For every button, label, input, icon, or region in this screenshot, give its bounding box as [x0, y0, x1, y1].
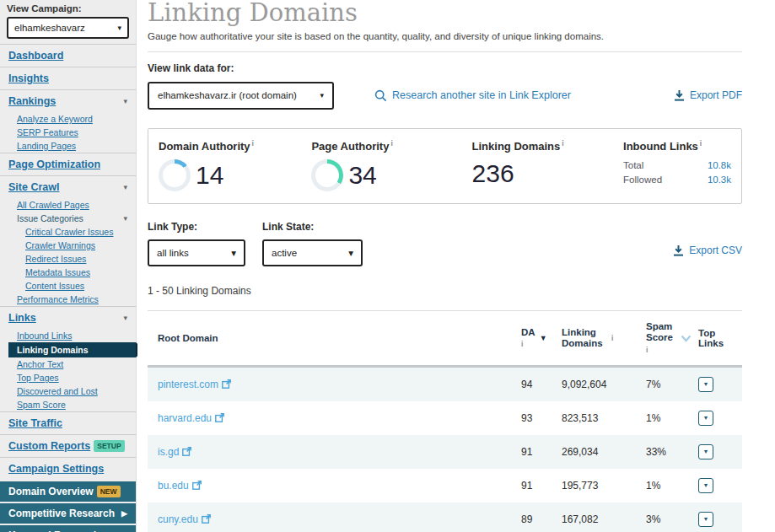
column-header-root-domain[interactable]: Root Domain — [148, 311, 521, 366]
top-links-expand-button[interactable]: ▼ — [698, 411, 713, 426]
chevron-down-icon: ▾ — [117, 24, 121, 32]
table-header-row: Root Domain DAi ▼ Linking Domains i — [148, 311, 742, 366]
top-links-expand-button[interactable]: ▼ — [698, 478, 713, 493]
da-value: 89 — [521, 502, 562, 532]
chevron-down-icon: ▼ — [703, 415, 709, 421]
sidebar-item-anchor-text[interactable]: Anchor Text — [0, 357, 136, 371]
sidebar-item-serp-features[interactable]: SERP Features — [0, 126, 136, 139]
followed-value-link[interactable]: 10.3k — [708, 173, 731, 187]
link-type-label: Link Type: — [148, 221, 245, 233]
info-icon[interactable]: i — [646, 346, 648, 354]
sidebar-item-metadata-issues[interactable]: Metadata Issues — [0, 266, 136, 279]
chevron-down-icon[interactable]: ▾ — [123, 214, 127, 223]
domain-link[interactable]: cuny.edu — [158, 513, 211, 525]
sidebar-item-crawler-warnings[interactable]: Crawler Warnings — [0, 239, 136, 252]
sidebar-item-landing-pages[interactable]: Landing Pages — [0, 139, 136, 153]
domain-authority-label: Domain Authority — [159, 140, 250, 153]
da-value: 93 — [521, 401, 562, 435]
sidebar-item-discovered-and-lost[interactable]: Discovered and Lost — [0, 384, 136, 398]
chevron-down-icon: ▾ — [231, 247, 236, 259]
sidebar-item-critical-crawler-issues[interactable]: Critical Crawler Issues — [0, 225, 136, 239]
research-another-site-label: Research another site in Link Explorer — [392, 89, 571, 101]
info-icon[interactable]: i — [252, 139, 254, 148]
export-pdf-button[interactable]: Export PDF — [674, 89, 742, 101]
sidebar-item-custom-reports[interactable]: Custom Reports — [0, 435, 90, 457]
chevron-down-icon[interactable]: ▾ — [123, 183, 127, 191]
link-type-select[interactable]: all links ▾ — [148, 239, 245, 266]
linking-domains-label: Linking Domains — [472, 140, 561, 153]
sidebar-item-spam-score[interactable]: Spam Score — [0, 398, 136, 411]
da-value: 94 — [521, 366, 562, 401]
sidebar-item-analyze-a-keyword[interactable]: Analyze a Keyword — [0, 112, 136, 126]
sidebar-item-competitive-research[interactable]: Competitive Research ▶ — [0, 502, 136, 524]
link-type-value: all links — [157, 248, 189, 258]
sidebar-item-performance-metrics[interactable]: Performance Metrics — [0, 293, 136, 306]
info-icon[interactable]: i — [562, 139, 563, 148]
column-header-da[interactable]: DAi ▼ — [521, 311, 562, 366]
sidebar-item-insights[interactable]: Insights — [0, 67, 136, 89]
sidebar-item-campaign-settings[interactable]: Campaign Settings — [0, 458, 136, 480]
sidebar-item-site-crawl[interactable]: Site Crawl — [0, 176, 59, 198]
page-authority-label: Page Authority — [311, 140, 389, 153]
info-icon[interactable]: i — [700, 139, 702, 148]
competitive-research-label: Competitive Research — [8, 508, 115, 519]
followed-label: Followed — [623, 173, 662, 187]
inbound-links-total-row: Total 10.8k — [623, 159, 731, 173]
sidebar-item-dashboard[interactable]: Dashboard — [0, 45, 136, 67]
linking-domains-table: Root Domain DAi ▼ Linking Domains i — [148, 311, 742, 532]
export-csv-label: Export CSV — [689, 245, 742, 256]
top-links-expand-button[interactable]: ▼ — [698, 444, 713, 459]
table-row: pinterest.com 94 9,092,604 7% ▼ — [148, 366, 742, 401]
sidebar-item-domain-overview[interactable]: Domain Overview NEW — [0, 480, 136, 502]
info-icon[interactable]: i — [611, 334, 613, 342]
chevron-down-icon[interactable]: ▾ — [123, 314, 127, 322]
main-content: Linking Domains Gauge how authoritative … — [137, 0, 775, 532]
export-csv-button[interactable]: Export CSV — [673, 245, 742, 256]
spam-score-value: 7% — [646, 366, 698, 401]
campaign-select[interactable]: elhamkeshavarz ▾ — [7, 17, 129, 39]
domain-link[interactable]: pinterest.com — [158, 379, 231, 390]
column-header-linking-domains[interactable]: Linking Domains i — [562, 311, 646, 366]
view-link-data-label: View link data for: — [148, 62, 742, 74]
linking-domains-value: 236 — [472, 159, 514, 188]
sidebar-item-redirect-issues[interactable]: Redirect Issues — [0, 252, 136, 266]
inbound-links-label: Inbound Links — [623, 140, 698, 153]
sort-desc-icon[interactable]: ▼ — [540, 334, 547, 342]
sidebar-item-issue-categories[interactable]: Issue Categories — [0, 212, 83, 225]
link-state-select[interactable]: active ▾ — [262, 239, 363, 266]
sidebar-item-links[interactable]: Links — [0, 307, 36, 329]
sidebar-item-linking-domains-selected[interactable]: Linking Domains — [8, 342, 136, 357]
column-header-spam-score[interactable]: Spam Scorei — [646, 311, 698, 366]
info-icon[interactable]: i — [521, 340, 523, 348]
total-value-link[interactable]: 10.8k — [708, 159, 731, 173]
sidebar-item-content-issues[interactable]: Content Issues — [0, 279, 136, 293]
site-select[interactable]: elhamkeshavarz.ir (root domain) ▾ — [148, 82, 334, 110]
sidebar-item-site-traffic[interactable]: Site Traffic — [0, 412, 136, 434]
top-links-expand-button[interactable]: ▼ — [698, 512, 713, 527]
domain-link[interactable]: harvard.edu — [158, 412, 224, 424]
sidebar-item-all-crawled-pages[interactable]: All Crawled Pages — [0, 198, 136, 212]
domain-authority-gauge — [159, 159, 191, 191]
table-row: is.gd 91 269,034 33% ▼ — [148, 435, 742, 469]
sidebar-item-inbound-links[interactable]: Inbound Links — [0, 329, 136, 342]
table-row: harvard.edu 93 823,513 1% ▼ — [148, 401, 742, 435]
link-type-filter: Link Type: all links ▾ — [148, 221, 245, 266]
metric-linking-domains: Linking Domainsi 236 — [472, 139, 623, 191]
info-icon[interactable]: i — [390, 139, 392, 148]
chevron-down-icon[interactable]: ▾ — [123, 97, 127, 105]
inbound-links-followed-row: Followed 10.3k — [623, 173, 731, 187]
domain-link[interactable]: is.gd — [158, 446, 191, 458]
research-another-site-link[interactable]: Research another site in Link Explorer — [374, 89, 571, 102]
chevron-down-icon: ▼ — [703, 381, 709, 387]
sidebar-item-page-optimization[interactable]: Page Optimization — [0, 153, 136, 175]
sidebar-item-keyword-research[interactable]: Keyword Research ▶ — [0, 524, 136, 532]
results-count: 1 - 50 Linking Domains — [148, 285, 742, 297]
sidebar-item-rankings[interactable]: Rankings — [0, 90, 56, 112]
top-links-expand-button[interactable]: ▼ — [698, 377, 713, 392]
column-header-top-links: Top Links — [698, 311, 742, 366]
sidebar-item-top-pages[interactable]: Top Pages — [0, 371, 136, 384]
sort-icon[interactable] — [681, 335, 692, 342]
divider — [148, 51, 742, 52]
chevron-down-icon: ▼ — [703, 482, 709, 488]
domain-link[interactable]: bu.edu — [158, 480, 202, 492]
